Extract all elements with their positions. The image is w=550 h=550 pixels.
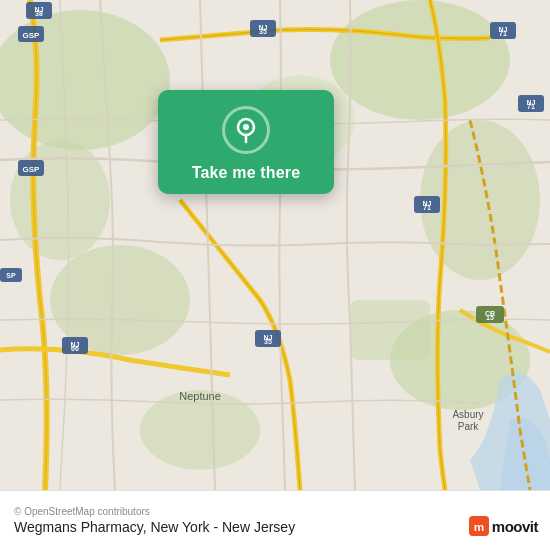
svg-text:71: 71 — [423, 204, 431, 211]
svg-text:GSP: GSP — [23, 31, 41, 40]
map-svg: GSP GSP SP NJ 35 NJ 35 NJ 71 NJ 71 NJ 71… — [0, 0, 550, 490]
svg-text:15: 15 — [486, 314, 494, 321]
svg-point-44 — [243, 124, 249, 130]
location-name: Wegmans Pharmacy, New York - New Jersey — [14, 519, 536, 535]
location-popup[interactable]: Take me there — [158, 90, 334, 194]
svg-text:66: 66 — [71, 345, 79, 352]
bottom-bar: © OpenStreetMap contributors Wegmans Pha… — [0, 490, 550, 550]
svg-text:Park: Park — [458, 421, 480, 432]
svg-text:m: m — [474, 520, 485, 534]
svg-text:GSP: GSP — [23, 165, 41, 174]
svg-text:38: 38 — [35, 10, 43, 17]
moovit-logo: m moovit — [469, 516, 538, 536]
svg-text:71: 71 — [499, 30, 507, 37]
moovit-text: moovit — [492, 518, 538, 535]
svg-text:35: 35 — [264, 338, 272, 345]
map-view: GSP GSP SP NJ 35 NJ 35 NJ 71 NJ 71 NJ 71… — [0, 0, 550, 490]
location-pin-icon — [232, 116, 260, 144]
location-icon-container — [222, 106, 270, 154]
svg-rect-8 — [350, 300, 430, 360]
svg-text:35: 35 — [259, 28, 267, 35]
svg-text:Neptune: Neptune — [179, 390, 221, 402]
take-me-there-label: Take me there — [192, 164, 301, 182]
svg-text:Asbury: Asbury — [452, 409, 483, 420]
copyright-text: © OpenStreetMap contributors — [14, 506, 536, 517]
svg-point-2 — [330, 0, 510, 120]
moovit-icon: m — [469, 516, 489, 536]
svg-text:SP: SP — [6, 272, 16, 279]
svg-text:71: 71 — [527, 103, 535, 110]
